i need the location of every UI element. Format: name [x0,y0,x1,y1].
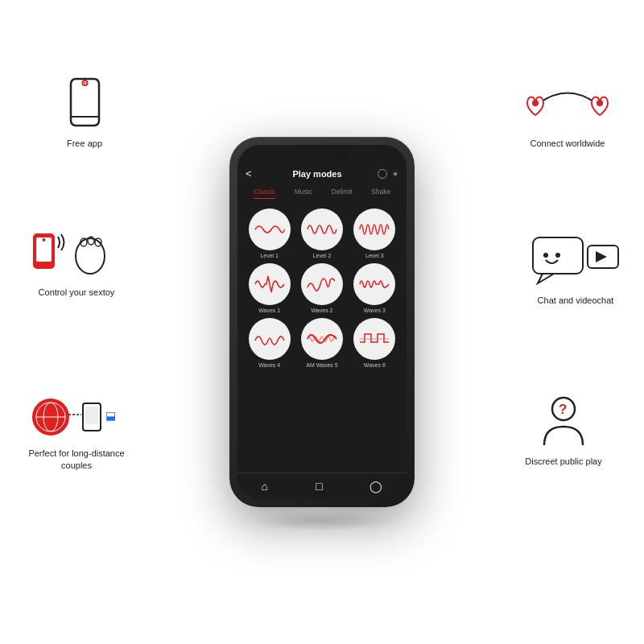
phone-notch [294,145,350,161]
mode-waves2[interactable]: Waves 2 [298,263,345,313]
feature-connect: Connect worldwide [515,76,620,150]
feature-discreet: ? Discreet public play [511,394,616,468]
chat-nav-icon[interactable]: □ [316,480,322,493]
mode-label-level3: Level 3 [365,253,384,258]
svg-point-25 [555,253,560,258]
free-app-label: Free app [67,138,102,150]
feature-chat: Chat and videochat [523,233,628,307]
phone-reflection [248,511,396,531]
mode-label-level2: Level 2 [313,253,332,258]
phone-body: < Play modes ★ Classic Music Delimit Sha… [229,137,415,507]
long-distance-label: Perfect for long-distance couples [24,448,129,473]
mode-circle-waves4 [249,318,291,360]
mode-waves6[interactable]: Waves 6 [351,318,398,368]
phone-screen: < Play modes ★ Classic Music Delimit Sha… [237,145,407,499]
svg-point-7 [43,238,46,242]
mode-circle-level2 [301,208,343,250]
feature-long-distance: ⬓ Perfect for long-distance couples [24,386,129,473]
mode-circle-level3 [353,208,395,250]
person-icon: ? [531,393,596,453]
connect-icon-wrap [519,76,616,133]
control-icon-wrap [32,225,121,282]
chat-icon-wrap [531,233,620,290]
mode-level2[interactable]: Level 2 [298,208,345,258]
tab-classic[interactable]: Classic [254,188,275,199]
header-icons: ★ [374,169,398,179]
long-distance-icon-wrap: ⬓ [28,386,125,443]
settings-icon [378,169,387,179]
mode-level1[interactable]: Level 1 [246,208,293,258]
mode-label-waves5: AM Waves 5 [306,362,337,368]
svg-point-20 [532,100,539,106]
tab-music[interactable]: Music [295,188,312,199]
mode-circle-waves6 [353,318,395,360]
mode-circle-waves2 [301,263,343,305]
connect-label: Connect worldwide [530,138,605,150]
phone-mockup: < Play modes ★ Classic Music Delimit Sha… [229,137,415,507]
globe-icon: ⬓ [28,389,125,441]
mode-label-waves2: Waves 2 [312,308,333,313]
profile-nav-icon[interactable]: ◯ [369,480,382,493]
bluetooth-icon: ★ [392,170,398,178]
svg-point-3 [84,82,85,84]
back-button[interactable]: < [246,167,260,180]
mode-label-level1: Level 1 [260,253,279,258]
mode-level3[interactable]: Level 3 [351,208,398,258]
location-icon [519,79,616,131]
mode-waves1[interactable]: Waves 1 [246,263,293,313]
mode-label-waves3: Waves 3 [364,308,386,313]
svg-marker-23 [538,274,554,283]
feature-control: Control your sextoy [24,225,129,299]
svg-text:⬓: ⬓ [105,409,116,422]
svg-point-24 [543,253,548,258]
mode-label-waves6: Waves 6 [364,362,386,368]
svg-point-8 [76,238,105,274]
mode-waves3[interactable]: Waves 3 [351,263,398,313]
chat-icon [531,233,620,290]
svg-marker-27 [596,251,607,262]
mode-circle-level1 [249,208,291,250]
mode-label-waves1: Waves 1 [258,308,280,313]
tabs-bar: Classic Music Delimit Shake [237,184,407,202]
tab-shake[interactable]: Shake [371,188,390,199]
control-label: Control your sextoy [39,287,115,299]
mode-waves4[interactable]: Waves 4 [246,318,293,368]
screen-title: Play modes [260,169,374,179]
mode-circle-waves5 [301,318,343,360]
mode-label-waves4: Waves 4 [258,362,280,368]
mode-grid: Level 1 Level 2 [237,202,407,374]
tab-delimit[interactable]: Delimit [332,188,353,199]
mode-circle-waves1 [249,263,291,305]
chat-label: Chat and videochat [538,295,614,307]
bottom-nav: ⌂ □ ◯ [237,473,407,499]
mode-waves5[interactable]: AM Waves 5 [298,318,345,368]
phone-icon [63,75,107,135]
feature-free-app: Free app [32,76,137,150]
discreet-icon-wrap: ? [531,394,596,451]
svg-rect-18 [85,407,98,424]
control-icon [32,228,121,280]
svg-text:?: ? [559,402,567,417]
mode-circle-waves3 [353,263,395,305]
discreet-label: Discreet public play [525,456,601,468]
home-nav-icon[interactable]: ⌂ [262,480,268,493]
svg-point-21 [597,100,603,106]
free-app-icon-wrap [63,76,107,133]
